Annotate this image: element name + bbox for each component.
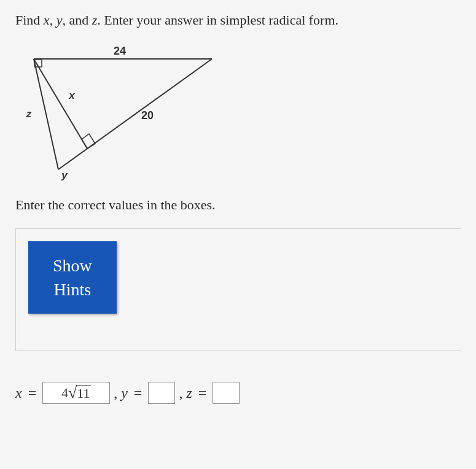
question-var-y: y	[57, 12, 63, 28]
svg-line-1	[58, 59, 212, 169]
answer-z-var: z	[186, 385, 192, 401]
answer-z-input[interactable]	[213, 382, 240, 404]
instruction-text: Enter the correct values in the boxes.	[15, 197, 461, 213]
show-hints-button[interactable]: Show Hints	[28, 241, 117, 314]
show-hints-line2: Hints	[54, 280, 92, 299]
label-left: z	[26, 108, 32, 120]
equals-1: =	[28, 385, 37, 401]
label-bottom: y	[61, 169, 68, 181]
equals-3: =	[198, 385, 207, 401]
equals-2: =	[134, 385, 142, 401]
label-hypotenuse: 20	[141, 109, 154, 122]
answer-x-coef: 4	[61, 385, 68, 401]
question-sep1: ,	[50, 12, 57, 28]
answer-x-var: x	[15, 385, 22, 401]
question-text: Find x, y, and z. Enter your answer in s…	[15, 12, 461, 28]
hints-panel: Show Hints	[15, 228, 461, 351]
label-altitude: x	[68, 90, 76, 101]
answer-row: x = 4√11 , y = , z =	[15, 382, 461, 404]
answer-x-radicand: 11	[76, 385, 91, 401]
triangle-diagram: 24 20 x z y	[15, 41, 224, 182]
svg-marker-5	[82, 134, 95, 149]
show-hints-line1: Show	[53, 256, 92, 275]
svg-line-2	[34, 59, 58, 169]
answer-y-input[interactable]	[148, 382, 175, 404]
answer-x-input[interactable]: 4√11	[42, 382, 110, 404]
question-var-z: z	[92, 12, 98, 28]
question-var-x: x	[44, 12, 50, 28]
question-prefix: Find	[15, 12, 44, 28]
question-sep2: , and	[62, 12, 92, 28]
comma-2: ,	[179, 385, 182, 401]
answer-y-var: y	[121, 385, 128, 401]
triangle-svg: 24 20 x z y	[15, 41, 224, 182]
svg-line-3	[34, 59, 87, 149]
comma-1: ,	[114, 385, 117, 401]
question-suffix: . Enter your answer in simplest radical …	[97, 12, 338, 28]
label-top: 24	[114, 45, 126, 57]
